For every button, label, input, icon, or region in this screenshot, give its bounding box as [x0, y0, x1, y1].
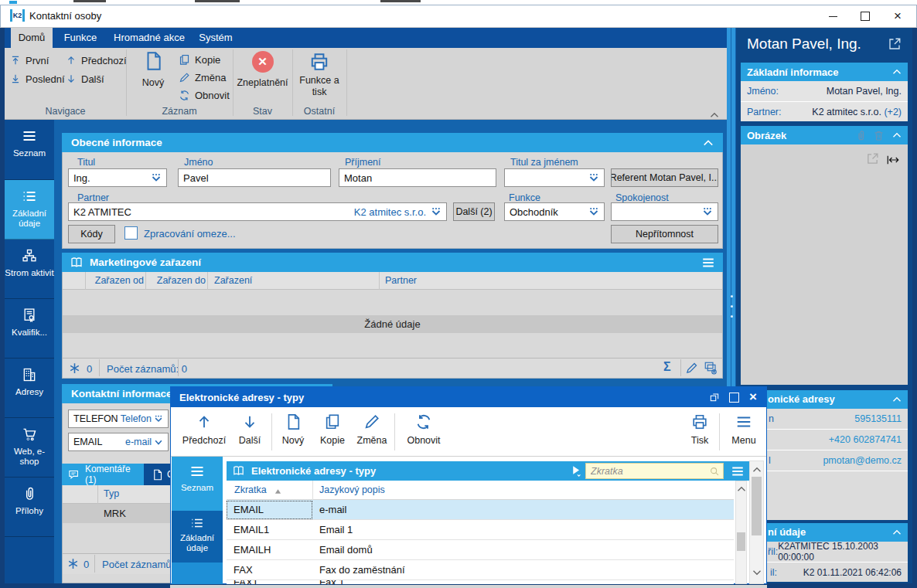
prijmeni-input[interactable]: Motan: [339, 168, 496, 187]
scrollbar-thumb[interactable]: [752, 477, 762, 535]
dropdown-icon[interactable]: [151, 172, 162, 183]
delete-image-icon[interactable]: [873, 130, 885, 141]
dialog-change-button[interactable]: Změna: [355, 413, 389, 446]
restore-window-icon[interactable]: [709, 392, 720, 403]
previous-record-button[interactable]: Předchozí: [66, 53, 127, 67]
last-record-button[interactable]: Poslední: [10, 72, 65, 86]
dialog-new-button[interactable]: Nový: [276, 413, 310, 446]
grid-menu-icon[interactable]: [731, 464, 745, 478]
close-icon[interactable]: ×: [749, 389, 757, 405]
sidebar-item-adresy[interactable]: Adresy: [5, 359, 54, 418]
refresh-record-button[interactable]: Obnovit: [179, 88, 230, 102]
filter-asterisk-icon[interactable]: [68, 362, 81, 375]
zpracovani-checkbox[interactable]: [124, 226, 138, 240]
column-header[interactable]: Zařazení: [214, 275, 252, 286]
spokojenost-combo[interactable]: [611, 202, 718, 221]
phone-value[interactable]: 595135111: [854, 413, 902, 424]
column-header[interactable]: Partner: [385, 275, 417, 286]
functions-print-button[interactable]: Funkce a tisk: [292, 52, 346, 103]
invalidate-button[interactable]: ✕ Zneplatnění: [233, 51, 292, 102]
play-filter-icon[interactable]: [570, 464, 583, 478]
chevron-down-icon[interactable]: [154, 437, 163, 447]
filter-asterisk-icon[interactable]: [66, 557, 80, 570]
dialog-next-button[interactable]: Další: [233, 413, 267, 446]
grid-row[interactable]: FAX Fax do zaměstnání: [227, 560, 734, 580]
maximize-button[interactable]: [852, 5, 878, 27]
maximize-icon[interactable]: [729, 393, 739, 403]
open-external-icon[interactable]: [888, 37, 902, 51]
open-image-icon[interactable]: [866, 152, 879, 165]
column-header[interactable]: Zařazen od: [87, 275, 144, 286]
collapse-section-chevron-icon[interactable]: [892, 131, 902, 140]
copy-record-button[interactable]: Kopie: [179, 53, 220, 66]
nepritomnost-button[interactable]: Nepřítomnost: [611, 225, 718, 243]
kody-button[interactable]: Kódy: [68, 225, 115, 243]
scroll-up-icon[interactable]: [737, 484, 746, 494]
scroll-down-icon[interactable]: [752, 568, 762, 577]
sidebar-item-strom-aktivit[interactable]: Strom aktivit: [5, 240, 54, 299]
sidebar-item-web-eshop[interactable]: Web, e-shop: [5, 418, 54, 478]
dropdown-icon[interactable]: [702, 206, 713, 217]
tab-komentare[interactable]: Komentáře (1): [62, 464, 144, 485]
edit-icon[interactable]: [685, 362, 698, 375]
grid-row[interactable]: EMAIL e-mail: [227, 500, 734, 520]
minimize-button[interactable]: [820, 5, 846, 27]
titul-za-jmenem-combo[interactable]: [504, 168, 605, 187]
dialog-scrollbar[interactable]: [749, 461, 764, 584]
grid-row[interactable]: FAX1 Fax 1: [227, 580, 734, 584]
close-button[interactable]: ×: [885, 5, 911, 27]
column-header[interactable]: Zařazen do: [148, 275, 206, 286]
grid-row[interactable]: EMAIL1 Email 1: [227, 520, 734, 540]
partner-link[interactable]: K2 atmitec s.r.o.: [354, 206, 426, 218]
column-jazykovy-popis[interactable]: Jazykový popis: [319, 484, 385, 495]
email-type-combo[interactable]: EMAIL e-mail: [68, 433, 169, 451]
dialog-copy-button[interactable]: Kopie: [315, 413, 349, 446]
new-record-button[interactable]: Nový: [131, 51, 175, 102]
collapse-section-chevron-icon[interactable]: [703, 138, 714, 148]
collapse-ribbon-chevron-icon[interactable]: [710, 110, 719, 120]
phone-type-combo[interactable]: TELEFON Telefon: [68, 410, 169, 428]
dialog-sidebar-zakladni[interactable]: Základní údaje: [172, 511, 223, 563]
jmeno-input[interactable]: Pavel: [178, 168, 331, 187]
attach-image-icon[interactable]: [855, 130, 867, 141]
grid-scrollbar[interactable]: [735, 481, 747, 584]
sidebar-item-kvalifikace[interactable]: Kvalifik...: [5, 299, 54, 359]
funkce-combo[interactable]: Obchodník: [504, 202, 605, 221]
tab-funkce[interactable]: Funkce: [57, 28, 104, 48]
scrollbar-thumb[interactable]: [737, 532, 745, 551]
sidebar-item-zakladni-udaje[interactable]: Základní údaje: [5, 180, 54, 240]
change-record-button[interactable]: Změna: [179, 70, 226, 84]
column-zkratka[interactable]: Zkratka: [234, 484, 267, 495]
collapse-section-chevron-icon[interactable]: [892, 528, 902, 537]
dialog-refresh-button[interactable]: Obnovit: [400, 413, 448, 446]
referent-button[interactable]: Referent Motan Pavel, I...: [611, 168, 718, 187]
tab-system[interactable]: Systém: [193, 28, 238, 48]
add-table-icon[interactable]: [704, 361, 718, 375]
partner-combo[interactable]: K2 ATMITEC K2 atmitec s.r.o.: [68, 202, 447, 221]
grid-search-box[interactable]: [585, 463, 724, 479]
grid-menu-icon[interactable]: [701, 256, 715, 270]
mobile-value[interactable]: +420 602874741: [829, 434, 902, 445]
dropdown-icon[interactable]: [588, 206, 599, 217]
titul-combo[interactable]: Ing.: [68, 168, 167, 187]
scroll-up-icon[interactable]: [752, 465, 762, 474]
dalsi-button[interactable]: Další (2): [453, 202, 495, 221]
next-record-button[interactable]: Další: [66, 72, 104, 86]
email-value[interactable]: pmotan@demo.cz: [823, 455, 902, 466]
grid-row[interactable]: EMAILH Email domů: [227, 540, 734, 560]
collapse-section-chevron-icon[interactable]: [892, 395, 902, 404]
sidebar-item-seznam[interactable]: Seznam: [5, 120, 54, 180]
dialog-previous-button[interactable]: Předchozí: [180, 413, 228, 446]
dropdown-icon[interactable]: [588, 172, 599, 183]
dropdown-icon[interactable]: [431, 206, 441, 217]
first-record-button[interactable]: První: [10, 53, 49, 67]
search-input[interactable]: [586, 465, 708, 478]
collapse-section-chevron-icon[interactable]: [892, 67, 902, 76]
sum-icon[interactable]: Σ: [663, 360, 671, 374]
sidebar-item-prilohy[interactable]: Přílohy: [5, 478, 54, 537]
dropdown-icon[interactable]: [154, 414, 163, 423]
dialog-print-button[interactable]: Tisk: [683, 413, 717, 446]
partner-extra-link[interactable]: (+2): [884, 107, 902, 117]
dialog-title-bar[interactable]: Elektronické adresy - typy ×: [171, 387, 766, 407]
column-header[interactable]: Typ: [104, 488, 119, 499]
